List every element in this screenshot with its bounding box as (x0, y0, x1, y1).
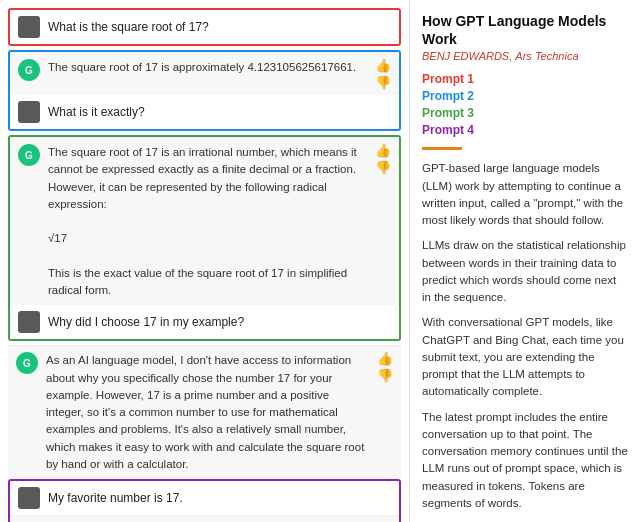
thumbs-down-icon-2[interactable]: 👎 (375, 161, 391, 174)
info-para-3: With conversational GPT models, like Cha… (422, 314, 628, 400)
prompt-4-box: My favorite number is 17. G That's great… (8, 479, 401, 522)
user-text-2: What is it exactly? (48, 105, 145, 119)
thumbs-up-icon-1[interactable]: 👍 (375, 59, 391, 72)
ai-text-2-formula: √17 (48, 232, 67, 244)
prompt-3-box: G The square root of 17 is an irrational… (8, 135, 401, 341)
user-message-3: Why did I choose 17 in my example? (10, 305, 399, 339)
thumbs-up-icon-3[interactable]: 👍 (377, 352, 393, 365)
user-message-4: My favorite number is 17. (10, 481, 399, 515)
prompt-2-link[interactable]: Prompt 2 (422, 89, 628, 103)
prompt-3-link[interactable]: Prompt 3 (422, 106, 628, 120)
author-publication: Ars Technica (515, 50, 578, 62)
ai-avatar-2: G (18, 144, 40, 166)
ai-avatar-1: G (18, 59, 40, 81)
ai-message-2: G The square root of 17 is an irrational… (10, 137, 399, 305)
user-message-2: What is it exactly? (10, 95, 399, 129)
ai-avatar-3: G (16, 352, 38, 374)
ai-actions-1: 👍 👎 (375, 59, 391, 89)
ai-text-1: The square root of 17 is approximately 4… (48, 59, 363, 76)
prompt-1-box: What is the square root of 17? (8, 8, 401, 46)
author-name: BENJ EDWARDS, (422, 50, 512, 62)
user-avatar-1 (18, 16, 40, 38)
user-avatar-3 (18, 311, 40, 333)
ai-actions-2: 👍 👎 (375, 144, 391, 174)
ai-message-4: G That's great to hear! 17 is a prime nu… (10, 515, 399, 522)
user-avatar-2 (18, 101, 40, 123)
thumbs-up-icon-2[interactable]: 👍 (375, 144, 391, 157)
prompt-2-box: G The square root of 17 is approximately… (8, 50, 401, 131)
ai-text-3: As an AI language model, I don't have ac… (46, 352, 365, 473)
thumbs-down-icon-1[interactable]: 👎 (375, 76, 391, 89)
ai-message-1: G The square root of 17 is approximately… (10, 52, 399, 95)
ai-text-2-content: The square root of 17 is an irrational n… (48, 146, 357, 210)
ai-text-2: The square root of 17 is an irrational n… (48, 144, 363, 299)
ai-actions-3: 👍 👎 (377, 352, 393, 382)
ai-message-3: G As an AI language model, I don't have … (8, 345, 401, 479)
article-author: BENJ EDWARDS, Ars Technica (422, 50, 628, 62)
chat-panel[interactable]: What is the square root of 17? G The squ… (0, 0, 410, 522)
user-text-3: Why did I choose 17 in my example? (48, 315, 244, 329)
user-text-4: My favorite number is 17. (48, 491, 183, 505)
info-para-2: LLMs draw on the statistical relationshi… (422, 237, 628, 306)
info-para-4: The latest prompt includes the entire co… (422, 409, 628, 513)
user-message-1: What is the square root of 17? (10, 10, 399, 44)
user-avatar-4 (18, 487, 40, 509)
thumbs-down-icon-3[interactable]: 👎 (377, 369, 393, 382)
user-text-1: What is the square root of 17? (48, 20, 209, 34)
prompt-4-link[interactable]: Prompt 4 (422, 123, 628, 137)
info-para-1: GPT-based large language models (LLM) wo… (422, 160, 628, 229)
info-panel: How GPT Language Models Work BENJ EDWARD… (410, 0, 640, 522)
orange-divider (422, 147, 462, 150)
article-title: How GPT Language Models Work (422, 12, 628, 48)
ai-text-2-end: This is the exact value of the square ro… (48, 267, 347, 296)
prompt-1-link[interactable]: Prompt 1 (422, 72, 628, 86)
